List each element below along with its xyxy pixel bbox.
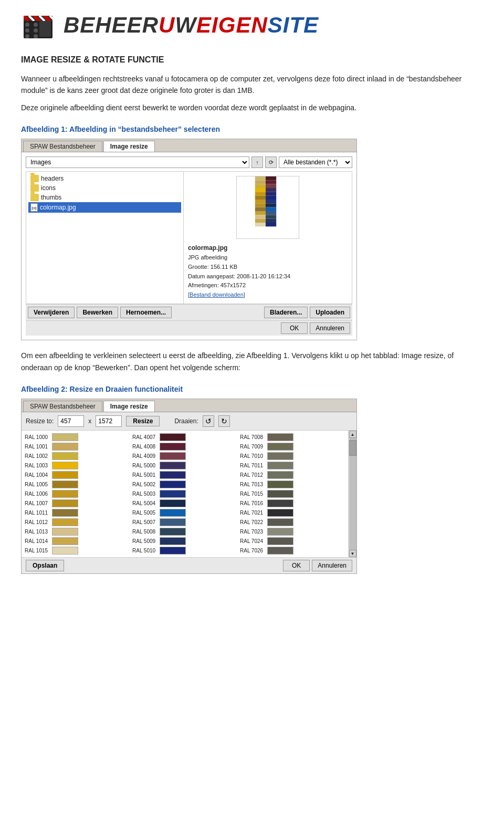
palette-swatch-3-0[interactable] <box>52 462 78 469</box>
palette-cell-1-0[interactable]: RAL 1001 <box>24 442 131 451</box>
tab-image-resize-1[interactable]: Image resize <box>103 141 155 152</box>
palette-swatch-7-1[interactable] <box>160 499 186 507</box>
palette-cell-4-2[interactable]: RAL 7012 <box>239 471 346 479</box>
palette-swatch-11-1[interactable] <box>160 537 186 545</box>
palette-swatch-8-2[interactable] <box>267 509 293 517</box>
palette-cell-2-1[interactable]: RAL 4009 <box>131 452 238 461</box>
palette-cell-6-1[interactable]: RAL 5003 <box>131 489 238 498</box>
palette-cell-11-1[interactable]: RAL 5009 <box>131 537 238 546</box>
palette-swatch-12-2[interactable] <box>267 547 293 555</box>
palette-swatch-5-0[interactable] <box>52 480 78 488</box>
ok-button-2[interactable]: OK <box>283 560 310 571</box>
palette-cell-4-1[interactable]: RAL 5001 <box>131 471 238 479</box>
palette-cell-12-0[interactable]: RAL 1015 <box>24 546 131 555</box>
palette-swatch-0-0[interactable] <box>52 433 78 441</box>
palette-cell-2-0[interactable]: RAL 1002 <box>24 452 131 461</box>
palette-cell-10-1[interactable]: RAL 5008 <box>131 527 238 536</box>
uploaden-button[interactable]: Uploaden <box>310 307 350 318</box>
ok-button-1[interactable]: OK <box>281 322 308 334</box>
annuleren-button-1[interactable]: Annuleren <box>310 322 350 334</box>
palette-swatch-0-2[interactable] <box>267 433 293 441</box>
palette-cell-5-2[interactable]: RAL 7013 <box>239 480 346 489</box>
palette-cell-5-0[interactable]: RAL 1005 <box>24 480 131 489</box>
palette-swatch-2-0[interactable] <box>52 452 78 460</box>
hernoemen-button[interactable]: Hernoemen... <box>120 307 172 318</box>
width-input[interactable] <box>58 415 84 427</box>
palette-cell-7-0[interactable]: RAL 1007 <box>24 499 131 508</box>
palette-swatch-6-2[interactable] <box>267 490 293 498</box>
opslaan-button[interactable]: Opslaan <box>26 560 64 571</box>
palette-swatch-12-0[interactable] <box>52 547 78 555</box>
palette-cell-11-2[interactable]: RAL 7024 <box>239 537 346 546</box>
rotate-right-button[interactable]: ↻ <box>218 415 230 427</box>
palette-cell-0-0[interactable]: RAL 1000 <box>24 433 131 442</box>
folder-item-icons[interactable]: icons <box>28 183 181 193</box>
palette-cell-10-0[interactable]: RAL 1013 <box>24 527 131 536</box>
palette-cell-8-2[interactable]: RAL 7021 <box>239 508 346 517</box>
palette-cell-2-2[interactable]: RAL 7010 <box>239 452 346 461</box>
palette-swatch-1-1[interactable] <box>160 443 186 451</box>
palette-cell-3-0[interactable]: RAL 1003 <box>24 461 131 470</box>
palette-cell-1-2[interactable]: RAL 7009 <box>239 442 346 451</box>
palette-cell-9-2[interactable]: RAL 7022 <box>239 518 346 527</box>
annuleren-button-2[interactable]: Annuleren <box>312 560 352 571</box>
bladeren-button[interactable]: Bladeren... <box>264 307 308 318</box>
palette-swatch-0-1[interactable] <box>160 433 186 441</box>
scrollbar-down[interactable]: ▼ <box>349 550 356 557</box>
palette-cell-7-2[interactable]: RAL 7016 <box>239 499 346 508</box>
palette-swatch-3-2[interactable] <box>267 462 293 469</box>
palette-swatch-3-1[interactable] <box>160 462 186 469</box>
palette-swatch-12-1[interactable] <box>160 547 186 555</box>
scrollbar-thumb[interactable] <box>349 440 356 456</box>
file-item-colormap[interactable]: jpg colormap.jpg <box>28 202 181 213</box>
palette-swatch-10-0[interactable] <box>52 528 78 536</box>
palette-swatch-4-1[interactable] <box>160 471 186 479</box>
palette-cell-9-0[interactable]: RAL 1012 <box>24 518 131 527</box>
palette-cell-8-0[interactable]: RAL 1011 <box>24 508 131 517</box>
palette-cell-3-2[interactable]: RAL 7011 <box>239 461 346 470</box>
palette-swatch-4-2[interactable] <box>267 471 293 479</box>
folder-item-headers[interactable]: headers <box>28 174 181 183</box>
palette-swatch-9-1[interactable] <box>160 518 186 526</box>
palette-swatch-9-0[interactable] <box>52 518 78 526</box>
palette-cell-6-2[interactable]: RAL 7015 <box>239 489 346 498</box>
palette-swatch-11-0[interactable] <box>52 537 78 545</box>
fm-refresh-btn[interactable]: ⟳ <box>265 156 277 168</box>
palette-cell-6-0[interactable]: RAL 1006 <box>24 489 131 498</box>
palette-cell-12-1[interactable]: RAL 5010 <box>131 546 238 555</box>
height-input[interactable] <box>96 415 122 427</box>
palette-swatch-2-2[interactable] <box>267 452 293 460</box>
download-link[interactable]: [Bestand downloaden] <box>188 290 290 300</box>
tab-image-resize-2[interactable]: Image resize <box>103 401 155 412</box>
rotate-left-button[interactable]: ↺ <box>203 415 214 427</box>
palette-swatch-7-0[interactable] <box>52 499 78 507</box>
palette-cell-1-1[interactable]: RAL 4008 <box>131 442 238 451</box>
palette-swatch-6-0[interactable] <box>52 490 78 498</box>
resize-button[interactable]: Resize <box>126 416 160 426</box>
palette-cell-11-0[interactable]: RAL 1014 <box>24 537 131 546</box>
palette-swatch-10-1[interactable] <box>160 528 186 536</box>
verwijderen-button[interactable]: Verwijderen <box>28 307 75 318</box>
palette-swatch-7-2[interactable] <box>267 499 293 507</box>
palette-swatch-2-1[interactable] <box>160 452 186 460</box>
palette-cell-0-2[interactable]: RAL 7008 <box>239 433 346 442</box>
fm-up-btn[interactable]: ↑ <box>251 156 263 168</box>
palette-cell-3-1[interactable]: RAL 5000 <box>131 461 238 470</box>
palette-swatch-4-0[interactable] <box>52 471 78 479</box>
tab-bestandsbeheer-2[interactable]: SPAW Bestandsbeheer <box>23 401 102 412</box>
palette-swatch-5-1[interactable] <box>160 480 186 488</box>
palette-cell-10-2[interactable]: RAL 7023 <box>239 527 346 536</box>
palette-swatch-11-2[interactable] <box>267 537 293 545</box>
folder-item-thumbs[interactable]: thumbs <box>28 193 181 202</box>
filetype-dropdown[interactable]: Alle bestanden (*.*) <box>279 156 352 168</box>
palette-cell-0-1[interactable]: RAL 4007 <box>131 433 238 442</box>
palette-swatch-9-2[interactable] <box>267 518 293 526</box>
tab-bestandsbeheer[interactable]: SPAW Bestandsbeheer <box>23 141 102 152</box>
palette-swatch-6-1[interactable] <box>160 490 186 498</box>
scrollbar-up[interactable]: ▲ <box>349 431 356 438</box>
folder-dropdown[interactable]: Images <box>26 156 249 168</box>
palette-swatch-5-2[interactable] <box>267 480 293 488</box>
palette-swatch-8-1[interactable] <box>160 509 186 517</box>
palette-cell-9-1[interactable]: RAL 5007 <box>131 518 238 527</box>
palette-swatch-1-2[interactable] <box>267 443 293 451</box>
